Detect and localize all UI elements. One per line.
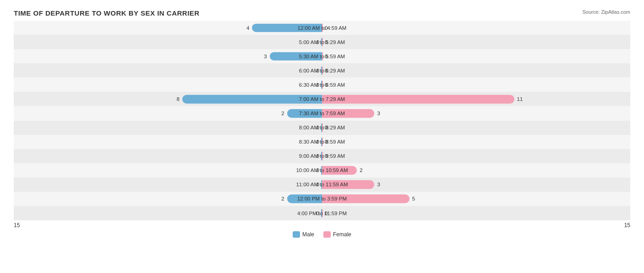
male-value-label: 0 (317, 68, 319, 73)
female-bar (322, 23, 323, 32)
bar-row: 06:00 AM to 6:29 AM0 (14, 63, 630, 78)
female-bar (322, 95, 514, 104)
left-section: 4 (14, 21, 322, 35)
female-value-label: 0 (325, 211, 327, 216)
male-bar (252, 23, 322, 32)
female-value-label: 0 (325, 54, 327, 59)
left-section: 2 (14, 106, 322, 120)
legend-female-label: Female (333, 231, 351, 238)
female-value-label: 0 (325, 139, 327, 145)
bar-row: 412:00 AM to 4:59 AM0 (14, 21, 630, 35)
left-section: 2 (14, 192, 322, 206)
left-section: 0 (14, 149, 322, 163)
source-text: Source: ZipAtlas.com (582, 9, 630, 15)
bar-row: 04:00 PM to 11:59 PM0 (14, 206, 630, 220)
right-section: 2 (322, 163, 630, 178)
chart-title: TIME OF DEPARTURE TO WORK BY SEX IN CARR… (14, 9, 630, 17)
left-section: 0 (14, 35, 322, 49)
right-section: 11 (322, 92, 630, 106)
male-value-label: 2 (281, 111, 284, 116)
male-value-label: 0 (317, 139, 319, 145)
right-section: 0 (322, 63, 630, 78)
female-bar (322, 123, 323, 132)
bar-row: 011:00 AM to 11:59 AM3 (14, 178, 630, 192)
female-bar (322, 152, 323, 161)
legend-female: Female (323, 231, 351, 238)
female-bar (322, 52, 323, 61)
male-value-label: 0 (317, 125, 319, 130)
male-bar (287, 195, 322, 203)
right-section: 0 (322, 35, 630, 49)
female-bar (322, 166, 357, 175)
male-value-label: 3 (264, 54, 267, 59)
male-value-label: 2 (281, 196, 284, 201)
bar-row: 08:30 AM to 8:59 AM0 (14, 135, 630, 149)
female-value-label: 3 (377, 111, 380, 116)
bar-row: 05:00 AM to 5:29 AM0 (14, 35, 630, 49)
female-value-label: 0 (325, 125, 327, 130)
bar-row: 87:00 AM to 7:29 AM11 (14, 92, 630, 106)
female-bar (322, 209, 323, 217)
left-section: 8 (14, 92, 322, 106)
right-section: 0 (322, 21, 630, 35)
left-section: 3 (14, 49, 322, 63)
female-value-label: 0 (325, 25, 327, 31)
female-bar (322, 138, 323, 146)
male-value-label: 0 (317, 182, 319, 187)
male-bar (287, 109, 322, 118)
bar-row: 08:00 AM to 8:29 AM0 (14, 121, 630, 135)
female-bar (322, 180, 374, 189)
chart-area: 412:00 AM to 4:59 AM005:00 AM to 5:29 AM… (14, 21, 630, 234)
left-section: 0 (14, 78, 322, 92)
female-bar (322, 195, 409, 203)
axis-left-min: 15 (14, 222, 20, 228)
bar-row: 010:00 AM to 10:59 AM2 (14, 163, 630, 178)
left-section: 0 (14, 63, 322, 78)
male-bar (270, 52, 322, 61)
female-value-label: 3 (377, 182, 380, 187)
legend-female-box (323, 231, 331, 238)
right-section: 3 (322, 106, 630, 120)
left-section: 0 (14, 135, 322, 149)
right-section: 0 (322, 135, 630, 149)
rows-container: 412:00 AM to 4:59 AM005:00 AM to 5:29 AM… (14, 21, 630, 220)
left-section: 0 (14, 121, 322, 135)
male-value-label: 4 (246, 25, 249, 31)
male-value-label: 0 (317, 167, 319, 173)
legend-male-label: Male (302, 231, 314, 238)
bar-row: 09:00 AM to 9:59 AM0 (14, 149, 630, 163)
male-value-label: 0 (317, 211, 319, 216)
bar-row: 212:00 PM to 3:59 PM5 (14, 192, 630, 206)
left-section: 0 (14, 178, 322, 192)
male-value-label: 8 (177, 96, 180, 102)
right-section: 0 (322, 121, 630, 135)
male-value-label: 0 (317, 39, 319, 45)
male-value-label: 0 (317, 82, 319, 88)
female-value-label: 2 (360, 167, 362, 173)
right-section: 3 (322, 178, 630, 192)
right-section: 5 (322, 192, 630, 206)
chart-container: TIME OF DEPARTURE TO WORK BY SEX IN CARR… (0, 0, 644, 273)
left-section: 0 (14, 206, 322, 220)
female-value-label: 0 (325, 82, 327, 88)
female-value-label: 0 (325, 39, 327, 45)
bar-row: 35:30 AM to 5:59 AM0 (14, 49, 630, 63)
female-value-label: 0 (325, 68, 327, 73)
female-value-label: 5 (412, 196, 415, 201)
right-section: 0 (322, 78, 630, 92)
right-section: 0 (322, 206, 630, 220)
female-value-label: 11 (517, 96, 523, 102)
legend-male-box (293, 231, 300, 238)
left-section: 0 (14, 163, 322, 178)
female-value-label: 0 (325, 153, 327, 159)
female-bar (322, 109, 374, 118)
female-bar (322, 81, 323, 89)
right-section: 0 (322, 49, 630, 63)
male-bar (182, 95, 322, 104)
bar-row: 06:30 AM to 6:59 AM0 (14, 78, 630, 92)
legend: Male Female (14, 231, 630, 238)
male-value-label: 0 (317, 153, 319, 159)
female-bar (322, 66, 323, 75)
female-bar (322, 38, 323, 46)
axis-right-max: 15 (624, 222, 630, 228)
